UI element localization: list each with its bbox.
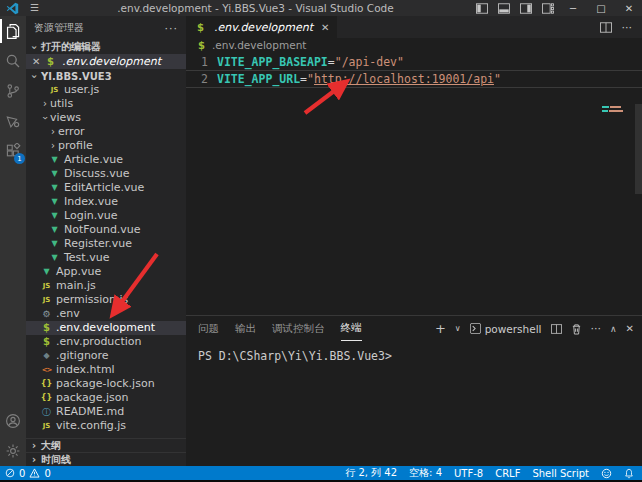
env-key: VITE_APP_URL (217, 71, 300, 87)
close-editor-icon[interactable]: ✕ (32, 56, 44, 67)
errors-count[interactable]: 0 (19, 468, 25, 479)
breadcrumb[interactable]: $ .env.development (186, 38, 642, 52)
account-icon[interactable] (0, 406, 26, 436)
terminal-dropdown-icon[interactable]: ∨ (455, 324, 461, 333)
sidebar-header: 资源管理器 ··· (26, 16, 186, 40)
split-editor-icon[interactable] (600, 22, 612, 33)
sidebar-more-actions-icon[interactable]: ··· (165, 22, 179, 35)
toggle-sidebar-icon[interactable] (472, 0, 492, 16)
open-editor-label: .env.development (62, 55, 161, 68)
tree-item-label: Discuss.vue (64, 167, 129, 181)
tree-item-discuss-vue[interactable]: ▼Discuss.vue (26, 167, 186, 181)
tree-item-app-vue[interactable]: ▼App.vue (26, 265, 186, 279)
kill-terminal-icon[interactable] (571, 323, 582, 335)
open-editors-section[interactable]: › 打开的编辑器 (26, 40, 186, 54)
tree-item--env[interactable]: ⚙.env (26, 307, 186, 321)
minimap[interactable] (602, 106, 632, 114)
errors-icon (5, 468, 15, 478)
tree-item-article-vue[interactable]: ▼Article.vue (26, 153, 186, 167)
search-icon[interactable] (0, 46, 26, 76)
tree-item-editarticle-vue[interactable]: ▼EditArticle.vue (26, 181, 186, 195)
close-tab-icon[interactable]: ✕ (321, 22, 329, 33)
extensions-icon[interactable]: 1 (0, 136, 26, 166)
open-editors-label: 打开的编辑器 (41, 40, 101, 54)
encoding[interactable]: UTF-8 (454, 468, 483, 479)
feedback-smiley-icon[interactable] (601, 468, 612, 479)
close-button[interactable]: ✕ (616, 0, 642, 16)
tree-item--env-production[interactable]: $.env.production (26, 335, 186, 349)
gear-file-icon: ⚙ (40, 307, 53, 321)
panel-tab-2[interactable]: 调试控制台 (272, 316, 325, 341)
new-terminal-icon[interactable]: + (435, 321, 446, 336)
split-terminal-icon[interactable] (551, 324, 562, 334)
editor-scrollbar[interactable] (635, 104, 642, 194)
tree-item-test-vue[interactable]: ▼Test.vue (26, 251, 186, 265)
explorer-sidebar: 资源管理器 ··· › 打开的编辑器 ✕ $ .env.development … (26, 16, 186, 466)
source-control-icon[interactable] (0, 76, 26, 106)
tree-item-register-vue[interactable]: ▼Register.vue (26, 237, 186, 251)
editor-more-actions-icon[interactable]: ··· (622, 21, 633, 34)
vue-icon: ▼ (40, 265, 53, 279)
tree-item--env-development[interactable]: $.env.development (26, 321, 186, 335)
tab-env-development[interactable]: $ .env.development ✕ (186, 16, 337, 38)
tree-item-views[interactable]: ›views (26, 111, 186, 125)
line-number: 1 (186, 54, 208, 70)
tree-item-label: Test.vue (64, 251, 109, 265)
tree-item-label: index.html (56, 363, 115, 377)
terminal-shell-item[interactable]: powershell (470, 323, 542, 335)
timeline-section[interactable]: › 时间线 (26, 452, 186, 466)
project-section-header[interactable]: › YI.BBS.VUE3 (26, 69, 186, 83)
vscode-logo-icon (6, 2, 20, 14)
tree-item-profile[interactable]: ›profile (26, 139, 186, 153)
panel-tab-1[interactable]: 输出 (235, 316, 256, 341)
panel-tab-3[interactable]: 终端 (341, 316, 362, 341)
tree-item-label: utils (50, 97, 73, 111)
tree-item-main-js[interactable]: JSmain.js (26, 279, 186, 293)
vue-icon: ▼ (48, 251, 61, 265)
outline-section[interactable]: › 大纲 (26, 438, 186, 452)
menu-icon[interactable]: ☰ (30, 3, 39, 13)
toggle-secondary-sidebar-icon[interactable] (516, 0, 536, 16)
panel-tab-0[interactable]: 问题 (198, 316, 219, 341)
tree-item-vite-config-js[interactable]: JSvite.config.js (26, 419, 186, 433)
tree-item-notfound-vue[interactable]: ▼NotFound.vue (26, 223, 186, 237)
settings-gear-icon[interactable] (0, 436, 26, 466)
tree-item-label: NotFound.vue (64, 223, 141, 237)
maximize-panel-icon[interactable]: ∧ (610, 324, 617, 334)
eol-sequence[interactable]: CRLF (495, 468, 520, 479)
notifications-bell-icon[interactable] (624, 468, 634, 479)
warnings-count[interactable]: 0 (44, 468, 50, 479)
tree-item-permission-js[interactable]: JSpermission.js (26, 293, 186, 307)
toggle-panel-icon[interactable] (494, 0, 514, 16)
run-debug-icon[interactable] (0, 106, 26, 136)
tree-item-label: App.vue (56, 265, 101, 279)
indentation[interactable]: 空格: 4 (409, 466, 442, 480)
tree-item-package-json[interactable]: {}package.json (26, 391, 186, 405)
panel-more-actions-icon[interactable]: ··· (591, 322, 602, 335)
cursor-position[interactable]: 行 2, 列 42 (345, 466, 397, 480)
close-panel-icon[interactable]: ✕ (626, 323, 634, 334)
tree-item-user-js[interactable]: JSuser.js (26, 83, 186, 97)
minimize-button[interactable]: ─ (560, 0, 586, 16)
tree-item-login-vue[interactable]: ▼Login.vue (26, 209, 186, 223)
tree-item-readme-md[interactable]: ⓘREADME.md (26, 405, 186, 419)
url-link[interactable]: http://localhost:19001/api (314, 71, 494, 87)
panel-header: 问题输出调试控制台终端 + ∨ powershell ··· ∧ ✕ (186, 316, 642, 341)
vue-icon: ▼ (48, 181, 61, 195)
language-mode[interactable]: Shell Script (532, 468, 589, 479)
tree-item-index-html[interactable]: <>index.html (26, 363, 186, 377)
tree-item-index-vue[interactable]: ▼Index.vue (26, 195, 186, 209)
customize-layout-icon[interactable] (538, 0, 558, 16)
tree-item--gitignore[interactable]: ◆.gitignore (26, 349, 186, 363)
quote: " (307, 71, 314, 87)
maximize-button[interactable]: □ (588, 0, 614, 16)
tree-item-package-lock-json[interactable]: {}package-lock.json (26, 377, 186, 391)
tree-item-error[interactable]: ›error (26, 125, 186, 139)
explorer-icon[interactable] (0, 16, 26, 46)
code-editor[interactable]: 1 VITE_APP_BASEAPI="/api-dev" 2 VITE_APP… (186, 52, 642, 88)
editor-tab-bar: $ .env.development ✕ ··· (186, 16, 642, 38)
open-editor-item[interactable]: ✕ $ .env.development (26, 54, 186, 69)
js-icon: JS (40, 293, 53, 307)
terminal-output[interactable]: PS D:\CSharp\Yi\Yi.BBS.Vue3> (186, 341, 642, 363)
tree-item-utils[interactable]: ›utils (26, 97, 186, 111)
